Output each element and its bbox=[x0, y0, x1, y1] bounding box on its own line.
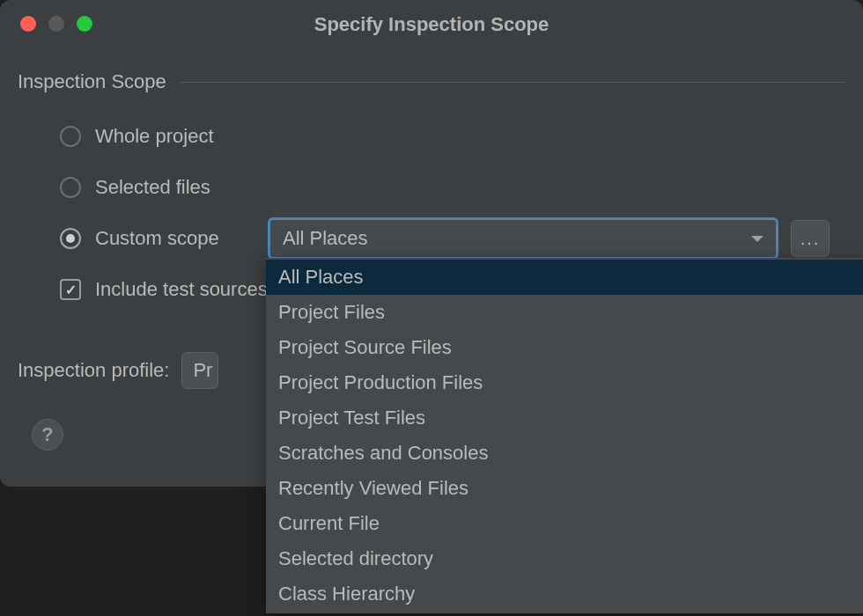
dropdown-option-class-hierarchy[interactable]: Class Hierarchy bbox=[266, 576, 863, 612]
chevron-down-icon bbox=[751, 236, 763, 242]
section-divider bbox=[180, 82, 845, 83]
dropdown-option-all-places[interactable]: All Places bbox=[266, 260, 863, 295]
profile-value: Pr bbox=[193, 359, 212, 382]
radio-icon-checked bbox=[60, 228, 81, 249]
dialog-titlebar: Specify Inspection Scope bbox=[0, 0, 863, 44]
checkbox-label: Include test sources bbox=[95, 278, 268, 301]
dropdown-option-current-file[interactable]: Current File bbox=[266, 506, 863, 541]
dropdown-option-project-source-files[interactable]: Project Source Files bbox=[266, 330, 863, 365]
radio-icon bbox=[60, 177, 81, 198]
dropdown-option-project-production-files[interactable]: Project Production Files bbox=[266, 365, 863, 400]
dropdown-option-scratches-consoles[interactable]: Scratches and Consoles bbox=[266, 436, 863, 471]
inspection-profile-dropdown[interactable]: Pr bbox=[181, 352, 218, 389]
window-controls bbox=[20, 16, 92, 32]
inspection-scope-dialog: Specify Inspection Scope Inspection Scop… bbox=[0, 0, 863, 487]
radio-selected-files[interactable]: Selected files bbox=[60, 162, 845, 213]
section-title: Inspection Scope bbox=[18, 70, 166, 93]
radio-icon bbox=[60, 126, 81, 147]
radio-label: Custom scope bbox=[95, 227, 254, 250]
custom-scope-controls: All Places ... bbox=[268, 217, 830, 260]
custom-scope-dropdown[interactable]: All Places bbox=[268, 217, 778, 260]
radio-whole-project[interactable]: Whole project bbox=[60, 111, 845, 162]
help-button[interactable]: ? bbox=[32, 419, 63, 451]
inspection-profile-label: Inspection profile: bbox=[18, 359, 169, 382]
scope-radio-group: Whole project Selected files Custom scop… bbox=[18, 111, 845, 264]
minimize-window-button[interactable] bbox=[48, 16, 64, 32]
section-header: Inspection Scope bbox=[18, 70, 845, 93]
checkbox-icon: ✓ bbox=[60, 279, 81, 300]
ellipsis-icon: ... bbox=[800, 229, 821, 249]
dropdown-option-project-files[interactable]: Project Files bbox=[266, 295, 863, 330]
help-icon: ? bbox=[41, 423, 53, 446]
close-window-button[interactable] bbox=[20, 16, 36, 32]
checkmark-icon: ✓ bbox=[65, 282, 77, 298]
radio-dot-icon bbox=[66, 234, 75, 243]
dropdown-option-recently-viewed[interactable]: Recently Viewed Files bbox=[266, 471, 863, 506]
scope-edit-button[interactable]: ... bbox=[791, 220, 830, 257]
maximize-window-button[interactable] bbox=[77, 16, 92, 32]
dropdown-option-selected-directory[interactable]: Selected directory bbox=[266, 541, 863, 576]
radio-label: Selected files bbox=[95, 176, 254, 199]
dropdown-selected-value: All Places bbox=[283, 227, 368, 250]
radio-label: Whole project bbox=[95, 125, 254, 148]
dialog-title: Specify Inspection Scope bbox=[314, 13, 550, 36]
dropdown-option-project-test-files[interactable]: Project Test Files bbox=[266, 400, 863, 436]
custom-scope-dropdown-list: All Places Project Files Project Source … bbox=[266, 258, 863, 613]
radio-custom-scope[interactable]: Custom scope All Places ... bbox=[60, 213, 845, 264]
